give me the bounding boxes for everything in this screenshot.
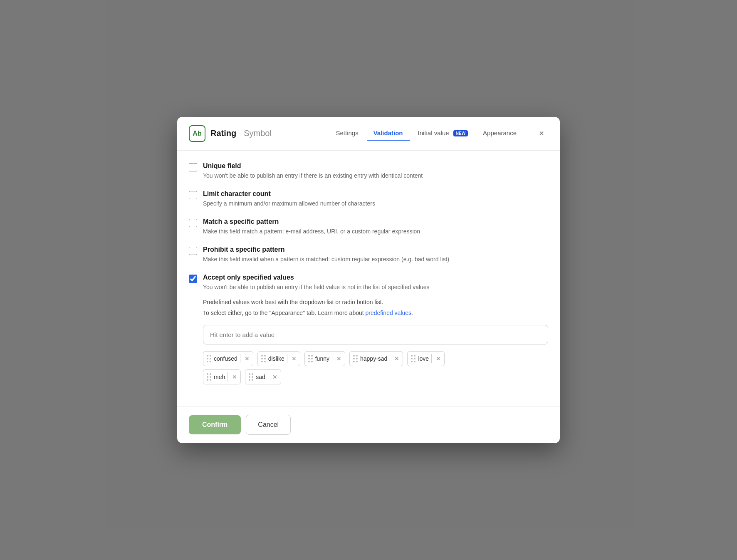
tag-remove-love[interactable]: ✕ [434,354,443,363]
tag-label-confused: confused [214,355,237,362]
tag-label-happy-sad: happy-sad [360,355,387,362]
validation-option-limit-chars: Limit character count Specify a minimum … [189,190,548,208]
tag-remove-dislike[interactable]: ✕ [290,354,298,363]
tag-drag-funny[interactable] [308,355,313,362]
tab-initial-value[interactable]: Initial value NEW [411,126,475,141]
new-badge: NEW [453,130,468,136]
tag-label-funny: funny [315,355,329,362]
limit-chars-desc: Specify a minimum and/or maximum allowed… [203,199,548,208]
tag-remove-confused[interactable]: ✕ [243,354,251,363]
tag-drag-meh[interactable] [207,373,211,381]
tag-label-love: love [418,355,429,362]
unique-field-desc: You won't be able to publish an entry if… [203,171,548,180]
unique-field-title: Unique field [203,162,548,170]
accept-specified-expanded: Predefined values work best with the dro… [203,297,548,385]
accept-specified-title: Accept only specified values [203,274,548,281]
validation-option-accept-specified: Accept only specified values You won't b… [189,274,548,388]
accept-specified-desc: You won't be able to publish an entry if… [203,283,548,292]
limit-chars-title: Limit character count [203,190,548,198]
limit-chars-checkbox[interactable] [189,191,197,199]
match-pattern-checkbox[interactable] [189,219,197,227]
tags-row-2: meh ✕ sad ✕ [203,369,548,384]
modal-tabs: Settings Validation Initial value NEW Ap… [329,126,523,141]
field-name: Rating [210,129,236,138]
accept-specified-checkbox[interactable] [189,275,197,283]
validation-option-unique-field: Unique field You won't be able to publis… [189,162,548,180]
tag-label-sad: sad [256,374,265,380]
tag-drag-sad[interactable] [249,373,253,381]
validation-option-prohibit-pattern: Prohibit a specific pattern Make this fi… [189,246,548,264]
modal-dialog: Ab Rating Symbol Settings Validation Ini… [177,117,560,444]
field-type-icon: Ab [189,125,205,142]
close-button[interactable]: × [535,127,548,140]
unique-field-checkbox[interactable] [189,163,197,171]
modal-body: Unique field You won't be able to publis… [177,151,560,406]
tag-label-dislike: dislike [268,355,284,362]
prohibit-pattern-title: Prohibit a specific pattern [203,246,548,253]
tag-chip-dislike: dislike ✕ [257,351,300,366]
tag-chip-funny: funny ✕ [304,351,345,366]
modal-header: Ab Rating Symbol Settings Validation Ini… [177,117,560,151]
tag-drag-confused[interactable] [207,355,211,362]
match-pattern-title: Match a specific pattern [203,218,548,225]
tag-chip-happy-sad: happy-sad ✕ [349,351,403,366]
tab-appearance[interactable]: Appearance [476,126,523,141]
match-pattern-desc: Make this field match a pattern: e-mail … [203,227,548,236]
tag-chip-meh: meh ✕ [203,369,241,384]
predefined-info-line2: To select either, go to the "Appearance"… [203,308,548,317]
modal-footer: Confirm Cancel [177,406,560,443]
tag-remove-happy-sad[interactable]: ✕ [393,354,401,363]
cancel-button[interactable]: Cancel [246,415,291,435]
tag-chip-love: love ✕ [407,351,445,366]
prohibit-pattern-desc: Make this field invalid when a pattern i… [203,255,548,264]
tag-remove-meh[interactable]: ✕ [230,373,239,381]
tag-drag-dislike[interactable] [261,355,266,362]
add-value-input[interactable] [203,325,548,344]
tag-chip-sad: sad ✕ [245,369,281,384]
tags-row-1: confused ✕ dislike ✕ [203,351,548,366]
tab-settings[interactable]: Settings [329,126,365,141]
tag-label-meh: meh [214,374,225,380]
tag-drag-happy-sad[interactable] [353,355,358,362]
confirm-button[interactable]: Confirm [189,415,241,434]
tag-remove-funny[interactable]: ✕ [335,354,343,363]
validation-option-match-pattern: Match a specific pattern Make this field… [189,218,548,236]
predefined-info-line1: Predefined values work best with the dro… [203,297,548,307]
field-type: Symbol [244,129,272,138]
tag-drag-love[interactable] [411,355,415,362]
tag-chip-confused: confused ✕ [203,351,253,366]
predefined-values-link[interactable]: predefined values [366,310,412,316]
prohibit-pattern-checkbox[interactable] [189,247,197,255]
tag-remove-sad[interactable]: ✕ [271,373,279,381]
tab-validation[interactable]: Validation [367,126,410,141]
